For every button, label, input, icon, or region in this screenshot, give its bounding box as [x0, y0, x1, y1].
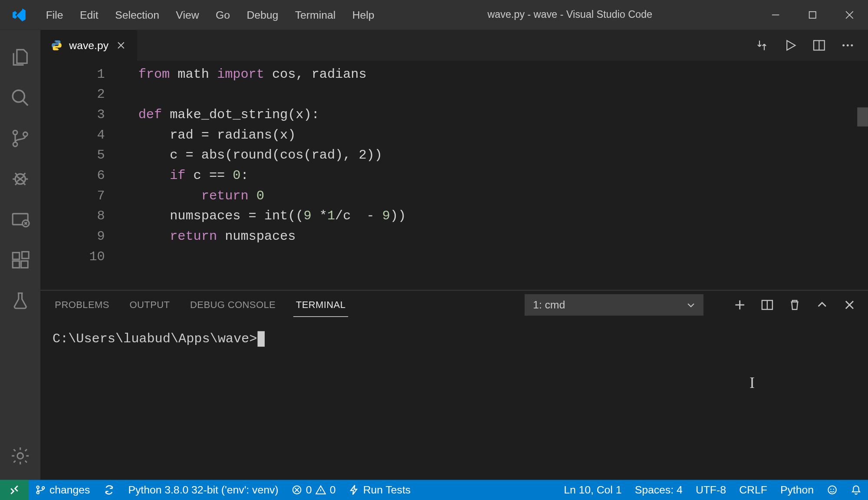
- line-number: 1: [40, 64, 105, 85]
- menu-file[interactable]: File: [38, 5, 72, 25]
- status-eol[interactable]: CRLF: [733, 480, 774, 500]
- maximize-button[interactable]: [794, 0, 831, 30]
- status-branch[interactable]: changes: [29, 480, 97, 500]
- bell-icon: [851, 484, 861, 495]
- remote-icon: [10, 209, 30, 230]
- status-remote-button[interactable]: [0, 480, 29, 500]
- code-line: rad = radians(x): [138, 125, 868, 146]
- status-feedback[interactable]: [820, 480, 844, 500]
- editor-tab[interactable]: wave.py: [40, 30, 137, 61]
- status-warning-count: 0: [330, 483, 336, 496]
- panel-tab-problems[interactable]: PROBLEMS: [53, 294, 112, 316]
- bottom-panel: PROBLEMS OUTPUT DEBUG CONSOLE TERMINAL 1…: [40, 290, 868, 480]
- menu-selection[interactable]: Selection: [107, 5, 168, 25]
- close-button[interactable]: [831, 0, 868, 30]
- svg-point-18: [36, 486, 39, 489]
- close-panel-button[interactable]: [843, 298, 856, 311]
- minimize-button[interactable]: [757, 0, 794, 30]
- code-line: return 0: [138, 186, 868, 207]
- more-actions-button[interactable]: [841, 38, 855, 53]
- svg-rect-10: [21, 261, 28, 268]
- svg-point-15: [847, 44, 849, 46]
- split-editor-button[interactable]: [812, 38, 826, 53]
- plus-icon: [734, 299, 746, 311]
- status-encoding[interactable]: UTF-8: [689, 480, 733, 500]
- tab-close-button[interactable]: [115, 39, 128, 52]
- status-cursor-position[interactable]: Ln 10, Col 1: [557, 480, 628, 500]
- activity-source-control[interactable]: [0, 118, 40, 159]
- panel-tabs: PROBLEMS OUTPUT DEBUG CONSOLE TERMINAL 1…: [40, 291, 868, 319]
- terminal-body[interactable]: C:\Users\luabud\Apps\wave> I: [40, 319, 868, 480]
- terminal-prompt: C:\Users\luabud\Apps\wave>: [53, 332, 257, 347]
- menu-debug[interactable]: Debug: [238, 5, 286, 25]
- window-title: wave.py - wave - Visual Studio Code: [383, 9, 757, 21]
- maximize-panel-button[interactable]: [815, 298, 829, 311]
- editor-body[interactable]: 1 2 3 4 5 6 7 8 9 10 from math import co…: [40, 61, 868, 290]
- panel-tab-output[interactable]: OUTPUT: [127, 294, 172, 316]
- line-number: 10: [40, 247, 105, 268]
- terminal-selector-dropdown[interactable]: 1: cmd: [525, 294, 704, 315]
- status-language[interactable]: Python: [774, 480, 820, 500]
- activity-settings[interactable]: [0, 436, 40, 476]
- panel-tab-debug-console[interactable]: DEBUG CONSOLE: [188, 294, 278, 316]
- chevron-up-icon: [816, 299, 828, 311]
- line-number: 9: [40, 227, 105, 247]
- scrollbar-thumb[interactable]: [857, 107, 868, 126]
- svg-point-23: [830, 489, 831, 490]
- status-problems[interactable]: 0 0: [285, 480, 342, 500]
- status-python-env[interactable]: Python 3.8.0 32-bit ('env': venv): [122, 480, 285, 500]
- status-sync[interactable]: [97, 480, 122, 500]
- warning-icon: [316, 484, 326, 495]
- main-area: wave.py: [40, 30, 868, 480]
- activity-test[interactable]: [0, 281, 40, 321]
- git-branch-icon: [10, 128, 30, 149]
- status-indentation[interactable]: Spaces: 4: [628, 480, 689, 500]
- close-icon: [116, 40, 126, 50]
- beaker-icon: [10, 291, 30, 311]
- code-line: numspaces = int((9 *1/c - 9)): [138, 206, 868, 227]
- status-run-tests-label: Run Tests: [363, 483, 411, 496]
- code-area[interactable]: from math import cos, radians def make_d…: [124, 61, 868, 290]
- line-number: 5: [40, 146, 105, 166]
- activity-debug[interactable]: [0, 159, 40, 199]
- line-number-gutter: 1 2 3 4 5 6 7 8 9 10: [40, 61, 124, 290]
- files-icon: [10, 47, 30, 68]
- svg-point-16: [851, 44, 853, 46]
- sync-icon: [103, 484, 115, 496]
- app-logo: [0, 7, 38, 23]
- status-notifications[interactable]: [844, 480, 868, 500]
- split-terminal-button[interactable]: [761, 298, 774, 311]
- split-icon: [812, 38, 826, 53]
- menu-view[interactable]: View: [168, 5, 207, 25]
- ellipsis-icon: [841, 38, 855, 53]
- dropdown-value: 1: cmd: [533, 298, 565, 311]
- code-line: return numspaces: [138, 227, 868, 247]
- menu-edit[interactable]: Edit: [72, 5, 107, 25]
- code-line: [138, 85, 868, 105]
- python-file-icon: [50, 39, 63, 52]
- status-branch-label: changes: [49, 483, 90, 496]
- activity-search[interactable]: [0, 78, 40, 118]
- line-number: 6: [40, 166, 105, 186]
- activity-extensions[interactable]: [0, 240, 40, 280]
- status-error-count: 0: [306, 483, 312, 496]
- run-button[interactable]: [783, 38, 798, 53]
- svg-rect-8: [13, 252, 20, 259]
- svg-point-22: [828, 486, 836, 494]
- svg-point-14: [842, 44, 845, 46]
- panel-tab-terminal[interactable]: TERMINAL: [293, 293, 348, 317]
- menu-help[interactable]: Help: [344, 5, 382, 25]
- menu-go[interactable]: Go: [207, 5, 238, 25]
- zap-icon: [349, 484, 360, 495]
- search-icon: [10, 88, 30, 108]
- kill-terminal-button[interactable]: [788, 298, 801, 311]
- chevron-down-icon: [687, 301, 695, 309]
- status-run-tests[interactable]: Run Tests: [342, 480, 418, 500]
- new-terminal-button[interactable]: [733, 298, 746, 311]
- activity-explorer[interactable]: [0, 37, 40, 77]
- activity-remote[interactable]: [0, 199, 40, 240]
- activity-bar: [0, 30, 40, 480]
- compare-changes-button[interactable]: [755, 38, 769, 53]
- line-number: 3: [40, 105, 105, 126]
- menu-terminal[interactable]: Terminal: [287, 5, 344, 25]
